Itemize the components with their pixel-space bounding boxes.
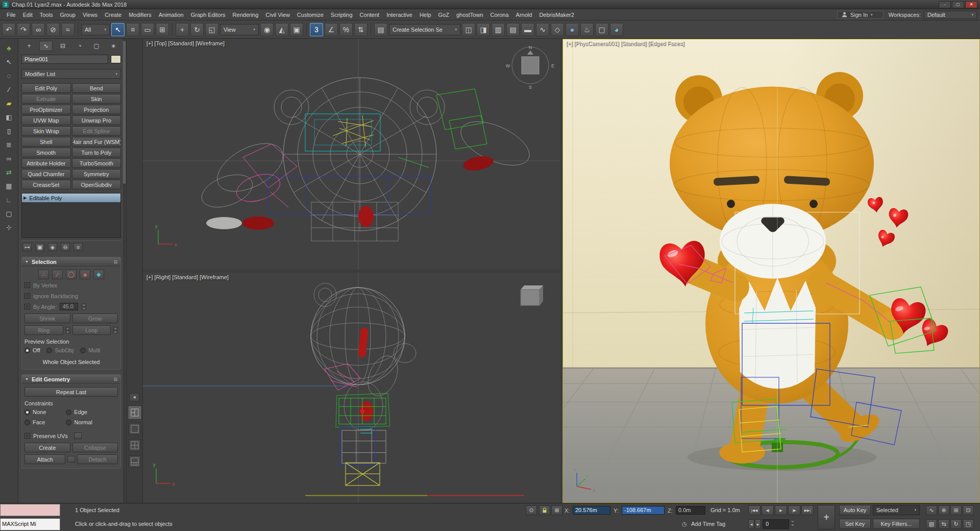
schematic-view-icon[interactable]: ◇: [551, 23, 564, 36]
scrollbar-thumb[interactable]: [123, 41, 126, 184]
set-key-button[interactable]: Set Key: [839, 519, 871, 529]
maxscript-mini-listener[interactable]: MAXScript Mi: [0, 518, 60, 530]
object-color-swatch[interactable]: [111, 55, 121, 63]
menu-item[interactable]: GoZ: [435, 10, 453, 19]
object-name-field[interactable]: Plane001: [21, 55, 108, 64]
collapse-layout-bar-button[interactable]: ◀: [129, 393, 139, 401]
isolate-selection-toggle-icon[interactable]: ⊙: [526, 505, 537, 515]
menu-item[interactable]: Animation: [155, 10, 187, 19]
preserve-uvs-settings-button[interactable]: [74, 432, 82, 439]
polygon-icon[interactable]: ■: [80, 270, 90, 279]
play-animation-button[interactable]: ▶: [775, 505, 787, 515]
menu-item[interactable]: Group: [56, 10, 79, 19]
modifier-button[interactable]: Quad Chamfer: [21, 169, 71, 179]
preview-subobj-radio[interactable]: [46, 348, 52, 353]
ring-spinner[interactable]: ▲▼: [65, 327, 70, 333]
menu-item[interactable]: Views: [79, 10, 101, 19]
create-tab-icon[interactable]: +: [22, 41, 36, 51]
next-key-button[interactable]: ▶: [755, 519, 761, 529]
shrink-button[interactable]: Shrink: [24, 313, 70, 323]
modifier-button[interactable]: Edit Poly: [21, 83, 71, 93]
top-viewport-label[interactable]: [+] [Top] [Standard] [Wireframe]: [146, 40, 225, 46]
minimize-button[interactable]: –: [939, 1, 951, 8]
modifier-button[interactable]: Attribute Holder: [21, 158, 71, 168]
y-coordinate-field[interactable]: -108.667m: [622, 506, 665, 515]
top-viewport[interactable]: x y N W E S [+] [Top] [St: [143, 39, 560, 270]
cube-tool-icon[interactable]: ◧: [2, 111, 16, 124]
stack-expand-arrow[interactable]: ▶: [23, 196, 27, 200]
edge-icon[interactable]: ∕: [52, 270, 63, 279]
maximize-button[interactable]: ▢: [952, 1, 964, 8]
menu-item[interactable]: Graph Editors: [187, 10, 229, 19]
previous-key-button[interactable]: ◀: [748, 519, 754, 529]
collapse-button[interactable]: Collapse: [72, 443, 118, 452]
crosshair-tool-icon[interactable]: ⊹: [2, 221, 16, 234]
by-angle-checkbox[interactable]: [24, 304, 30, 309]
menu-item[interactable]: Corona: [487, 10, 512, 19]
keyboard-override-icon[interactable]: ▣: [290, 23, 303, 36]
loop-button[interactable]: Loop: [72, 325, 111, 335]
curve-editor-icon[interactable]: ∿: [536, 23, 549, 36]
selection-lock-toggle-icon[interactable]: [539, 505, 550, 515]
modifier-button[interactable]: Projection: [72, 105, 121, 114]
z-coordinate-field[interactable]: 0.0m: [676, 506, 705, 515]
element-icon[interactable]: ◆: [93, 270, 104, 279]
cursor-tool-icon[interactable]: ↖: [2, 56, 16, 68]
percent-snap-icon[interactable]: %: [339, 23, 353, 36]
window-crossing-icon[interactable]: ⊞: [156, 23, 169, 36]
current-frame-field[interactable]: 0: [763, 519, 789, 529]
camera-viewport[interactable]: x y z [+] [PhysCamera001] [Standard] [Ed…: [562, 39, 980, 503]
selection-filter-dropdown[interactable]: All ▾: [81, 24, 110, 35]
detach-button[interactable]: Detach: [77, 454, 118, 464]
constraint-normal-radio[interactable]: [66, 420, 71, 425]
vertex-icon[interactable]: ∴: [38, 270, 49, 279]
constraint-face-radio[interactable]: [24, 420, 30, 425]
page-tool-icon[interactable]: ▯: [2, 125, 16, 137]
select-and-move-icon[interactable]: +: [176, 23, 189, 36]
modifier-button[interactable]: Edit Spline: [72, 126, 121, 136]
constraint-none-radio[interactable]: [24, 409, 30, 415]
right-viewport[interactable]: x y [+] [Right] [Standard] [Wireframe]: [143, 273, 560, 503]
selected-set-dropdown[interactable]: Selected ▾: [873, 505, 920, 515]
render-production-icon[interactable]: ◕: [610, 23, 623, 36]
menu-item[interactable]: File: [3, 10, 19, 19]
loop-spinner[interactable]: ▲▼: [113, 327, 118, 333]
modifier-button[interactable]: Symmetry: [72, 169, 121, 179]
toggle-ribbon-icon[interactable]: ▬: [521, 23, 534, 36]
stack-item-editable-poly[interactable]: ▶ Editable Poly: [22, 194, 120, 202]
create-button[interactable]: Create: [24, 443, 70, 452]
brush-tool-icon[interactable]: ∕: [2, 83, 16, 96]
layout-tab-2[interactable]: [129, 423, 141, 435]
go-to-end-button[interactable]: ▶▶|: [801, 505, 814, 515]
edit-geometry-rollout-header[interactable]: ▼ Edit Geometry ⊟: [22, 375, 120, 384]
workspaces-dropdown[interactable]: Default ▾: [924, 11, 977, 19]
show-end-result-icon[interactable]: ▣: [35, 243, 44, 251]
sync-tool-icon[interactable]: ⇄: [2, 166, 16, 179]
modifier-button[interactable]: OpenSubdiv: [72, 180, 121, 189]
menu-item[interactable]: Rendering: [229, 10, 262, 19]
constraint-edge-radio[interactable]: [66, 409, 71, 415]
menu-item[interactable]: Civil View: [262, 10, 293, 19]
modifier-stack[interactable]: ▶ Editable Poly: [21, 193, 121, 238]
menu-item[interactable]: Interactive: [383, 10, 416, 19]
bind-to-space-warp-icon[interactable]: ≈: [61, 23, 75, 36]
utilities-tab-icon[interactable]: ∗: [107, 41, 120, 51]
next-frame-button[interactable]: |▶: [788, 505, 800, 515]
modifier-button[interactable]: Smooth: [21, 148, 71, 157]
snaps-toggle-3d-icon[interactable]: 3: [310, 23, 323, 36]
zoom-all-icon[interactable]: ⊞: [950, 505, 962, 515]
hierarchy-tab-icon[interactable]: ⊟: [56, 41, 69, 51]
motion-tab-icon[interactable]: ◔: [73, 41, 86, 51]
lasso-tool-icon[interactable]: ◌: [2, 69, 16, 82]
use-pivot-center-icon[interactable]: ◉: [260, 23, 274, 36]
camera-viewport-canvas[interactable]: x y z: [562, 39, 980, 503]
ring-button[interactable]: Ring: [24, 325, 63, 335]
render-setup-icon[interactable]: ♨: [580, 23, 594, 36]
close-button[interactable]: ✕: [965, 1, 977, 8]
rectangular-selection-icon[interactable]: ▭: [141, 23, 154, 36]
right-viewport-canvas[interactable]: x y: [143, 273, 560, 503]
named-selection-sets-dropdown[interactable]: Create Selection Se ▾: [389, 24, 460, 35]
maximize-viewport-toggle-icon[interactable]: ◳: [963, 519, 974, 529]
menu-item[interactable]: Content: [356, 10, 383, 19]
ignore-backfacing-checkbox[interactable]: [24, 293, 30, 299]
